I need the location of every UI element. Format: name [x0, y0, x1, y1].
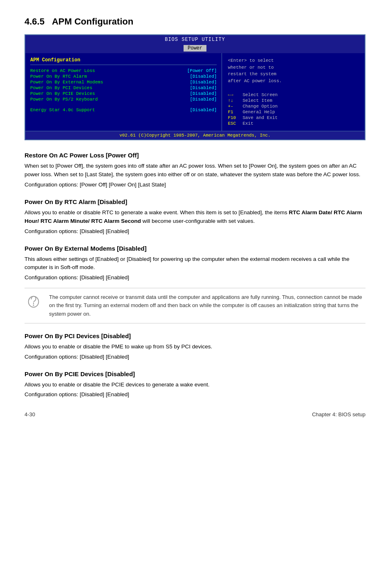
bios-footer: v02.61 (C)Copyright 1985-2007, American …: [25, 131, 365, 139]
section-para-pci-devices-1: Configuration options: [Disabled] [Enabl…: [25, 353, 365, 361]
section-pcie-devices: Power On By PCIE Devices [Disabled]Allow…: [25, 370, 365, 399]
section-title-pcie-devices: Power On By PCIE Devices [Disabled]: [25, 370, 365, 377]
footer-left: 4-30: [25, 411, 35, 417]
section-para-restore-ac-1: Configuration options: [Power Off] [Powe…: [25, 181, 365, 189]
bios-key-row: ESCExit: [228, 121, 359, 126]
section-title-rtc-alarm: Power On By RTC Alarm [Disabled]: [25, 198, 365, 205]
bios-key-row: ←→Select Screen: [228, 92, 359, 97]
bios-item-label: Power On By PCIE Devices: [30, 91, 95, 96]
bios-key: ESC: [228, 121, 242, 126]
bios-key-help: ←→Select Screen↑↓Select Item+-Change Opt…: [228, 92, 359, 126]
bios-item-label: Power On By PS/2 Keyboard: [30, 97, 98, 102]
bios-help-text: <Enter> to select whether or not to rest…: [228, 57, 359, 84]
bios-item-label: Power On By External Modems: [30, 80, 103, 85]
bios-energy-row: Energy Star 4.0c Support [Disabled]: [30, 108, 217, 112]
bios-key-desc: Select Screen: [242, 92, 278, 97]
bios-item-label: Restore on AC Power Loss: [30, 68, 95, 73]
bios-key-desc: Change Option: [242, 104, 278, 109]
bios-content: APM Configuration Restore on AC Power Lo…: [25, 53, 365, 131]
section-number: 4.6.5: [25, 16, 45, 27]
section-para-external-modems-1: Configuration options: [Disabled] [Enabl…: [25, 274, 365, 282]
bios-key-row: F10Save and Exit: [228, 115, 359, 120]
bios-section-label: APM Configuration: [30, 57, 217, 65]
note-text: The computer cannot receive or transmit …: [49, 293, 365, 318]
section-para-restore-ac-0: When set to [Power Off], the system goes…: [25, 162, 365, 179]
bios-key: +-: [228, 104, 242, 109]
section-restore-ac: Restore On AC Power Loss [Power Off]When…: [25, 152, 365, 189]
section-para-pci-devices-0: Allows you to enable or disable the PME …: [25, 343, 365, 351]
bios-left-panel: APM Configuration Restore on AC Power Lo…: [25, 53, 222, 131]
note-box-external-modems: The computer cannot receive or transmit …: [25, 288, 365, 323]
bios-item-value: [Disabled]: [190, 91, 217, 96]
page-footer: 4-30 Chapter 4: BIOS setup: [25, 411, 365, 417]
section-pci-devices: Power On By PCI Devices [Disabled]Allows…: [25, 332, 365, 361]
bios-key: ←→: [228, 92, 242, 97]
section-rtc-alarm: Power On By RTC Alarm [Disabled]Allows y…: [25, 198, 365, 236]
bios-box: BIOS SETUP UTILITY Power APM Configurati…: [25, 34, 365, 140]
section-para-external-modems-0: This allows either settings of [Enabled]…: [25, 255, 365, 272]
bios-item-value: [Disabled]: [190, 97, 217, 102]
bios-item-value: [Disabled]: [190, 85, 217, 90]
section-para-rtc-alarm-0: Allows you to enable or disable RTC to g…: [25, 209, 365, 226]
bios-header: BIOS SETUP UTILITY: [25, 35, 365, 43]
bios-tab-power[interactable]: Power: [184, 45, 206, 52]
bios-item-row: Restore on AC Power Loss[Power Off]: [30, 68, 217, 73]
bios-item-row: Power On By External Modems[Disabled]: [30, 80, 217, 85]
section-para-pcie-devices-1: Configuration options: [Disabled] [Enabl…: [25, 391, 365, 399]
bios-right-panel: <Enter> to select whether or not to rest…: [222, 53, 365, 131]
section-para-rtc-alarm-1: Configuration options: [Disabled] [Enabl…: [25, 227, 365, 236]
bios-energy-value: [Disabled]: [190, 108, 217, 112]
bios-key-row: +-Change Option: [228, 104, 359, 109]
note-icon: [25, 293, 43, 309]
section-external-modems: Power On By External Modems [Disabled]Th…: [25, 245, 365, 323]
bios-key: ↑↓: [228, 98, 242, 103]
bios-key-desc: General Help: [242, 110, 275, 114]
bios-tab-row: Power: [25, 43, 365, 53]
section-para-pcie-devices-0: Allows you to enable or disable the PCIE…: [25, 381, 365, 389]
bold-phrase: RTC Alarm Date/ RTC Alarm Hour/ RTC Alar…: [25, 209, 362, 224]
section-title: APM Configuration: [52, 16, 133, 27]
section-title-restore-ac: Restore On AC Power Loss [Power Off]: [25, 152, 365, 159]
bios-key-row: F1General Help: [228, 110, 359, 114]
bios-item-label: Power On By RTC Alarm: [30, 74, 87, 79]
bios-item-value: [Disabled]: [190, 74, 217, 79]
section-heading: 4.6.5 APM Configuration: [25, 16, 365, 27]
bios-energy-label: Energy Star 4.0c Support: [30, 108, 95, 112]
bios-item-value: [Power Off]: [187, 68, 217, 73]
footer-right: Chapter 4: BIOS setup: [312, 411, 365, 417]
bios-item-label: Power On By PCI Devices: [30, 85, 92, 90]
bios-items-list: Restore on AC Power Loss[Power Off]Power…: [30, 68, 217, 102]
bios-item-row: Power On By PS/2 Keyboard[Disabled]: [30, 97, 217, 102]
bios-item-row: Power On By PCIE Devices[Disabled]: [30, 91, 217, 96]
bios-key-row: ↑↓Select Item: [228, 98, 359, 103]
bios-key: F10: [228, 115, 242, 120]
bios-key: F1: [228, 110, 242, 114]
bios-item-row: Power On By PCI Devices[Disabled]: [30, 85, 217, 90]
bios-item-row: Power On By RTC Alarm[Disabled]: [30, 74, 217, 79]
doc-sections: Restore On AC Power Loss [Power Off]When…: [25, 152, 365, 399]
svg-point-2: [33, 305, 34, 306]
section-title-external-modems: Power On By External Modems [Disabled]: [25, 245, 365, 252]
bios-key-desc: Exit: [242, 121, 253, 126]
section-title-pci-devices: Power On By PCI Devices [Disabled]: [25, 332, 365, 339]
bios-key-desc: Save and Exit: [242, 115, 278, 120]
bios-key-desc: Select Item: [242, 98, 272, 103]
bios-item-value: [Disabled]: [190, 80, 217, 85]
